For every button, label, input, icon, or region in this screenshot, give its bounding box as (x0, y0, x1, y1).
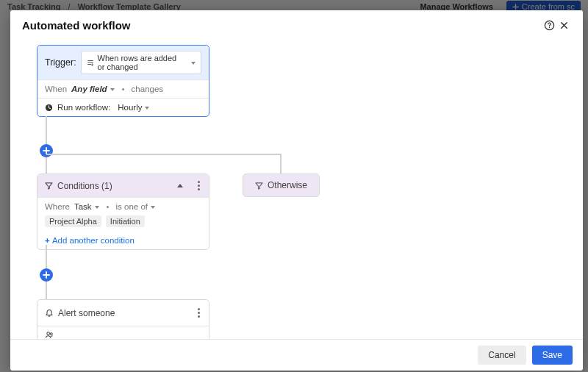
modal-header: Automated workflow (10, 10, 583, 40)
modal-footer: Cancel Save (10, 339, 583, 371)
conditions-title: Conditions (1) (57, 181, 112, 191)
trigger-header: Trigger: When rows are added or changed (37, 46, 209, 79)
conditions-block[interactable]: Conditions (1) Where Task is one of Proj… (37, 174, 209, 250)
trigger-schedule-row: Run workflow: Hourly (37, 98, 209, 116)
condition-field-selector[interactable]: Task (74, 202, 99, 211)
when-label: When (45, 85, 67, 93)
close-icon (559, 21, 569, 30)
condition-row: Where Task is one of (37, 197, 209, 215)
otherwise-label: Otherwise (268, 180, 307, 190)
add-condition-row: + Add another condition (37, 232, 209, 249)
changes-label: changes (132, 85, 163, 93)
condition-values-row: Project Alpha Initiation (37, 215, 209, 232)
add-condition-link[interactable]: + Add another condition (45, 236, 135, 245)
collapse-icon[interactable] (177, 184, 183, 187)
help-icon (544, 20, 555, 31)
otherwise-block[interactable]: Otherwise (243, 174, 320, 197)
people-icon (45, 331, 54, 339)
clock-icon (45, 104, 53, 112)
svg-point-1 (548, 26, 550, 28)
field-selector[interactable]: Any field (71, 85, 115, 93)
svg-point-3 (47, 332, 50, 335)
save-button[interactable]: Save (532, 346, 573, 365)
connector-line (46, 154, 282, 155)
trigger-type-label: When rows are added or changed (98, 54, 184, 71)
close-button[interactable] (556, 18, 571, 32)
schedule-selector[interactable]: Hourly (118, 103, 149, 112)
condition-chip[interactable]: Project Alpha (45, 215, 101, 227)
help-button[interactable] (542, 18, 556, 32)
add-condition-label: Add another condition (52, 236, 135, 245)
condition-operator-selector[interactable]: is one of (116, 202, 155, 211)
trigger-when-row: When Any field changes (37, 79, 209, 98)
trigger-type-selector[interactable]: When rows are added or changed (81, 51, 201, 74)
filter-icon (45, 182, 53, 190)
separator-dot (104, 202, 112, 211)
conditions-header: Conditions (1) (37, 174, 209, 197)
run-workflow-label: Run workflow: (57, 103, 110, 112)
trigger-title: Trigger: (45, 57, 76, 68)
add-step-button[interactable] (40, 144, 53, 157)
where-label: Where (45, 202, 70, 211)
add-step-button[interactable] (40, 268, 53, 282)
workflow-modal: Automated workflow Trigger: When rows ar… (10, 10, 583, 371)
action-menu-button[interactable] (196, 307, 201, 319)
action-recipient-row: Send to everyone shared to this sheet (37, 326, 209, 339)
condition-chip[interactable]: Initiation (106, 215, 145, 227)
trigger-block[interactable]: Trigger: When rows are added or changed … (37, 45, 209, 117)
workflow-canvas: Trigger: When rows are added or changed … (10, 40, 583, 339)
svg-point-4 (50, 333, 52, 335)
conditions-menu-button[interactable] (196, 179, 201, 192)
separator-dot (119, 85, 127, 93)
connector-line (280, 154, 282, 174)
bell-icon (45, 309, 54, 318)
action-block[interactable]: Alert someone Send to everyone shared to… (37, 299, 209, 339)
rows-changed-icon (87, 59, 94, 66)
chevron-down-icon (188, 58, 196, 67)
filter-icon (255, 182, 263, 190)
action-title: Alert someone (58, 308, 115, 318)
action-header: Alert someone (37, 300, 209, 326)
modal-title: Automated workflow (22, 19, 131, 32)
cancel-button[interactable]: Cancel (478, 346, 526, 365)
